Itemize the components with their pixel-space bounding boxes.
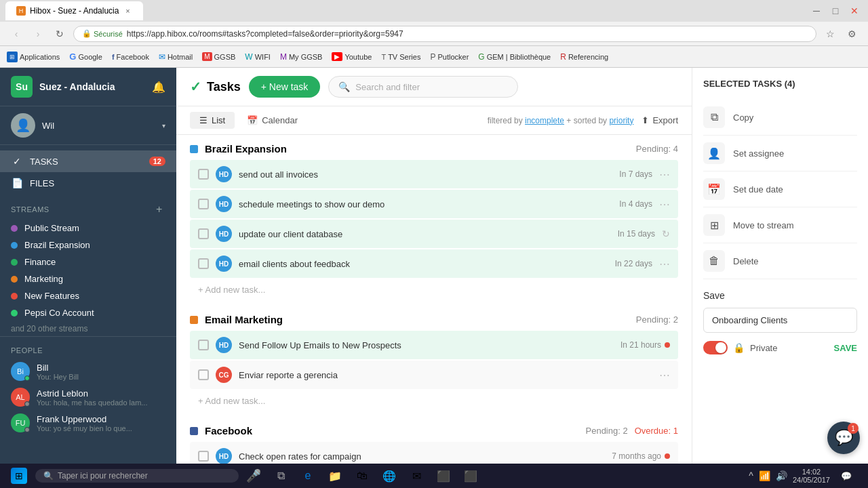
sidebar-item-tasks[interactable]: ✓ TASKS 12 (0, 150, 176, 172)
more-streams-link[interactable]: and 20 other streams (0, 321, 176, 336)
task-row[interactable]: HD send out all invoices In 7 days ⋯ (190, 160, 678, 188)
bookmark-referencing[interactable]: R Referencing (556, 51, 612, 63)
bookmark-youtube[interactable]: ▶ Youtube (328, 51, 376, 62)
chat-bubble[interactable]: 💬 1 (827, 422, 860, 454)
taskbar-app-explorer[interactable]: 📁 (323, 464, 347, 488)
action-center-btn[interactable]: 💬 (835, 465, 857, 487)
bookmark-hotmail[interactable]: ✉ Hotmail (155, 51, 197, 63)
bookmark-wifi[interactable]: W WIFI (241, 51, 275, 63)
close-btn[interactable]: ✕ (846, 3, 863, 19)
panel-action-copy[interactable]: ⧉ Copy (703, 100, 857, 136)
system-clock[interactable]: 14:02 24/05/2017 (793, 468, 830, 484)
task-row[interactable]: CG Enviar reporte a gerencia ⋯ (190, 361, 678, 389)
task-checkbox[interactable] (198, 169, 209, 180)
back-btn[interactable]: ‹ (8, 26, 24, 42)
tray-expand-icon[interactable]: ^ (749, 470, 753, 481)
bookmark-myggsb[interactable]: M My GGSB (276, 51, 327, 63)
add-stream-btn[interactable]: + (153, 203, 165, 216)
stream-item-newfeatures[interactable]: New Features (0, 287, 176, 304)
task-assignee: HD (216, 166, 232, 182)
task-checkbox[interactable] (198, 199, 209, 209)
save-button[interactable]: SAVE (834, 343, 857, 353)
filter-priority-link[interactable]: priority (609, 116, 633, 125)
network-icon[interactable]: 📶 (759, 470, 770, 481)
minimize-btn[interactable]: ─ (808, 3, 825, 19)
volume-icon[interactable]: 🔊 (776, 470, 787, 481)
start-button[interactable]: ⊞ (5, 464, 33, 488)
people-header: PEOPLE (0, 342, 176, 359)
task-row[interactable]: HD update our client database In 15 days… (190, 220, 678, 248)
taskbar-app-mail[interactable]: ✉ (404, 464, 429, 488)
task-checkbox[interactable] (198, 451, 209, 462)
taskbar-app-taskview[interactable]: ⧉ (269, 464, 293, 488)
browser-tab[interactable]: H Hibox - Suez - Andalucia × (5, 1, 143, 20)
streams-header: STREAMS + (0, 199, 176, 220)
main-content: ✓ Tasks + New task 🔍 Search and filter ☰… (176, 68, 692, 464)
add-task-link-brazil[interactable]: + Add new task... (190, 279, 678, 300)
task-due: In 4 days (619, 199, 652, 209)
stream-item-marketing[interactable]: Marketing (0, 270, 176, 287)
bookmark-tvseries[interactable]: T TV Series (377, 52, 425, 62)
bookmark-facebook[interactable]: f Facebook (108, 52, 153, 62)
tab-calendar[interactable]: 📅 Calendar (237, 112, 307, 129)
private-toggle[interactable] (703, 341, 728, 354)
taskbar-app-app1[interactable]: ⬛ (431, 464, 456, 488)
task-refresh-icon[interactable]: ↻ (662, 228, 670, 239)
copy-label: Copy (733, 113, 857, 123)
new-task-button[interactable]: + New task (249, 76, 321, 98)
task-checkbox[interactable] (198, 228, 209, 239)
taskbar-app-cortana[interactable]: 🎤 (241, 464, 266, 488)
task-row[interactable]: HD email clients about feedback In 22 da… (190, 249, 678, 278)
task-checkbox[interactable] (198, 340, 209, 350)
save-name-input[interactable] (703, 308, 857, 333)
bookmark-btn[interactable]: ☆ (822, 26, 838, 42)
person-bill[interactable]: Bi Bill You: Hey Bill (0, 359, 176, 384)
task-more-icon[interactable]: ⋯ (659, 369, 670, 382)
stream-item-finance[interactable]: Finance (0, 253, 176, 270)
taskbar-search[interactable]: 🔍 Taper ici pour rechercher (35, 469, 239, 483)
task-row[interactable]: HD Check open rates for campaign 7 month… (190, 442, 678, 464)
taskbar-app-edge[interactable]: e (296, 464, 320, 488)
stream-item-brazil[interactable]: Brazil Expansion (0, 237, 176, 253)
sidebar-item-files[interactable]: 📄 FILES (0, 172, 176, 194)
tab-close-btn[interactable]: × (123, 6, 132, 16)
stream-item-pepsi[interactable]: Pepsi Co Account (0, 304, 176, 321)
extensions-btn[interactable]: ⚙ (844, 26, 860, 42)
task-assignee: HD (216, 226, 232, 242)
panel-action-movestream[interactable]: ⊞ Move to stream (703, 207, 857, 243)
person-frank[interactable]: FU Frank Upperwood You: yo sé muy bien l… (0, 410, 176, 436)
stream-label-newfeatures: New Features (24, 291, 79, 301)
forward-btn[interactable]: › (30, 26, 46, 42)
task-more-icon[interactable]: ⋯ (659, 168, 670, 181)
panel-action-delete[interactable]: 🗑 Delete (703, 243, 857, 279)
panel-action-duedate[interactable]: 📅 Set due date (703, 171, 857, 207)
task-row[interactable]: HD Send Follow Up Emails to New Prospect… (190, 331, 678, 359)
address-bar[interactable]: 🔒 Sécurisé https://app.hibox.co/rooms#ta… (73, 26, 816, 42)
bookmark-google[interactable]: G Google (65, 50, 106, 63)
user-section[interactable]: 👤 Wil ▾ (0, 106, 176, 145)
bookmark-applications[interactable]: ⊞ Applications (3, 50, 64, 64)
taskbar-app-store[interactable]: 🛍 (350, 464, 374, 488)
tab-list[interactable]: ☰ List (190, 112, 235, 129)
stream-item-public[interactable]: Public Stream (0, 220, 176, 237)
bookmark-ggsb[interactable]: M GGSB (198, 51, 239, 62)
taskbar-app-chrome[interactable]: 🌐 (377, 464, 401, 488)
refresh-btn[interactable]: ↻ (52, 26, 68, 42)
url-text: https://app.hibox.co/rooms#tasks?complet… (127, 29, 403, 39)
panel-action-assignee[interactable]: 👤 Set assignee (703, 136, 857, 171)
export-button[interactable]: ⬆ Export (642, 115, 678, 125)
bookmark-putlocker[interactable]: P Putlocker (426, 51, 473, 63)
add-task-link-email[interactable]: + Add new task... (190, 390, 678, 411)
taskbar-app-app2[interactable]: ⬛ (458, 464, 483, 488)
person-astrid[interactable]: AL Astrid Leblon You: hola, me has queda… (0, 384, 176, 410)
task-checkbox[interactable] (198, 258, 209, 269)
filter-incomplete-link[interactable]: incomplete (525, 116, 564, 125)
task-row[interactable]: HD schedule meetings to show our demo In… (190, 190, 678, 218)
search-bar[interactable]: 🔍 Search and filter (328, 76, 518, 98)
task-checkbox[interactable] (198, 369, 209, 380)
maximize-btn[interactable]: □ (827, 3, 844, 19)
task-more-icon[interactable]: ⋯ (659, 198, 670, 211)
notifications-icon[interactable]: 🔔 (152, 81, 165, 94)
bookmark-gem[interactable]: G GEM | Bibliothèque (474, 51, 555, 63)
task-more-icon[interactable]: ⋯ (659, 258, 670, 270)
